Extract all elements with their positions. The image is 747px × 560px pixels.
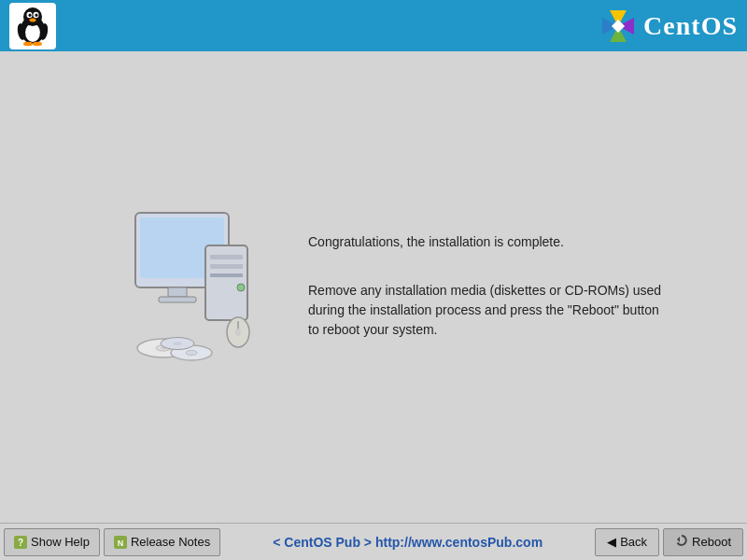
congratulations-message: Congratulations, the installation is com…: [308, 234, 663, 249]
svg-point-8: [23, 41, 33, 45]
svg-point-5: [29, 13, 32, 17]
reboot-icon: [675, 534, 688, 550]
svg-rect-24: [210, 273, 243, 277]
svg-rect-20: [159, 297, 196, 302]
back-button[interactable]: ◀ Back: [595, 528, 659, 556]
footer: ? Show Help N Release Notes < CentOS Pub…: [0, 523, 747, 560]
main-content: Congratulations, the installation is com…: [0, 51, 747, 523]
svg-text:?: ?: [18, 538, 23, 548]
svg-point-9: [33, 41, 42, 45]
computer-illustration: [84, 194, 271, 381]
svg-point-25: [237, 284, 245, 291]
reboot-button[interactable]: Reboot: [663, 528, 743, 556]
svg-point-30: [186, 350, 197, 355]
show-help-button[interactable]: ? Show Help: [4, 528, 100, 556]
svg-point-6: [35, 13, 38, 17]
svg-point-7: [30, 18, 36, 21]
svg-marker-40: [677, 537, 680, 542]
svg-rect-23: [210, 264, 243, 269]
header: CentOS: [0, 0, 747, 51]
tux-logo: [9, 3, 56, 49]
notes-icon: N: [114, 536, 127, 549]
svg-rect-22: [210, 255, 243, 259]
svg-point-2: [23, 7, 42, 26]
svg-point-35: [235, 329, 241, 336]
svg-rect-16: [612, 19, 625, 32]
footer-left-buttons: ? Show Help N Release Notes: [4, 528, 220, 556]
instructions-message: Remove any installation media (diskettes…: [308, 281, 663, 340]
text-content: Congratulations, the installation is com…: [308, 234, 663, 340]
svg-rect-19: [168, 287, 187, 297]
footer-right-buttons: ◀ Back Reboot: [595, 528, 743, 556]
centos-brand-text: CentOS: [643, 11, 738, 41]
footer-center-link: < CentOS Pub > http://www.centosPub.com: [220, 535, 595, 550]
svg-text:N: N: [118, 539, 124, 548]
back-icon: ◀: [607, 535, 616, 549]
centos-logo: CentOS: [600, 8, 738, 44]
help-icon: ?: [14, 536, 27, 549]
svg-point-32: [173, 342, 182, 345]
release-notes-button[interactable]: N Release Notes: [104, 528, 220, 556]
